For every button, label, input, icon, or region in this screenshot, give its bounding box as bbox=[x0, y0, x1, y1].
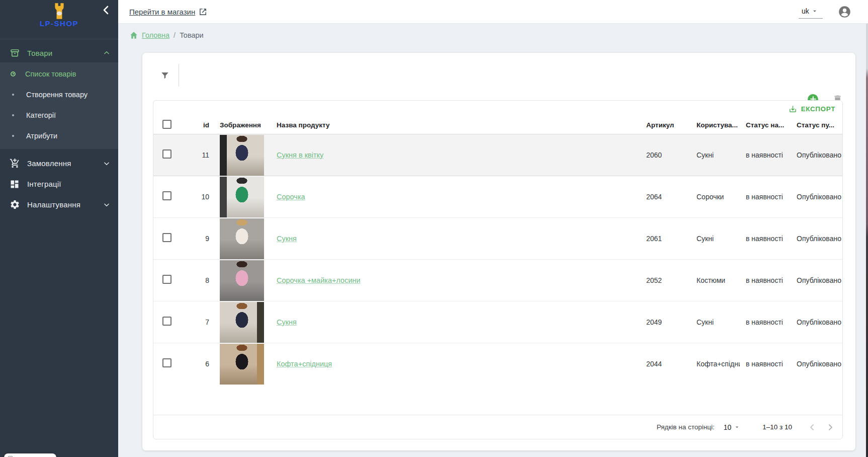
cell-category: Сорочки bbox=[692, 176, 740, 217]
table-row: 7Сукня2049Сукнів наявностіОпубліковано bbox=[153, 301, 843, 343]
sidebar-group-label: Налаштування bbox=[27, 200, 103, 209]
sidebar-item[interactable]: Атрибути bbox=[0, 125, 118, 146]
header-image: Зображення bbox=[212, 117, 267, 134]
rows-per-page-select[interactable]: 10 bbox=[724, 423, 741, 431]
archive-box-icon bbox=[9, 47, 20, 58]
cell-stock: в наявності bbox=[740, 259, 790, 301]
sidebar-item[interactable]: Категорії bbox=[0, 105, 118, 125]
previous-page-button[interactable] bbox=[806, 421, 818, 433]
cell-publish: Опубліковано bbox=[790, 134, 843, 176]
products-submenu: Список товарівСтворення товаруКатегоріїА… bbox=[0, 62, 118, 149]
dot-icon bbox=[12, 94, 14, 96]
next-page-button[interactable] bbox=[824, 421, 836, 433]
sidebar-group-label: Товари bbox=[27, 49, 103, 57]
table-body: 11Сукня в квітку2060Сукнів наявностіОпуб… bbox=[153, 134, 843, 385]
breadcrumb-home-link[interactable]: Головна bbox=[142, 31, 169, 39]
sidebar-item[interactable]: Список товарів bbox=[0, 63, 118, 84]
bottom-toast[interactable] bbox=[4, 453, 56, 457]
sidebar-collapse-button[interactable] bbox=[100, 4, 112, 16]
cell-sku: 2044 bbox=[644, 343, 692, 385]
sidebar-item[interactable]: Створення товару bbox=[0, 84, 118, 105]
caret-down-icon bbox=[811, 8, 818, 15]
filter-funnel-icon bbox=[160, 71, 169, 80]
sidebar: LP-SHOP Товари Список товарівСтворення т… bbox=[0, 0, 118, 457]
row-checkbox[interactable] bbox=[162, 233, 171, 242]
filter-button[interactable] bbox=[156, 67, 173, 84]
caret-down-icon bbox=[734, 424, 740, 430]
chevron-down-icon bbox=[103, 201, 110, 208]
language-select[interactable]: uk bbox=[799, 5, 823, 19]
product-image[interactable] bbox=[220, 302, 264, 343]
cell-category: Сукні bbox=[692, 301, 740, 343]
product-image[interactable] bbox=[220, 177, 264, 217]
product-image[interactable] bbox=[220, 135, 264, 176]
cell-publish: Опубліковано bbox=[790, 301, 843, 343]
home-icon bbox=[129, 31, 138, 40]
select-all-checkbox[interactable] bbox=[162, 120, 171, 129]
product-link[interactable]: Сукня в квітку bbox=[277, 151, 323, 159]
row-checkbox[interactable] bbox=[162, 275, 171, 284]
cell-publish: Опубліковано bbox=[790, 259, 843, 301]
product-link[interactable]: Кофта+спідниця bbox=[277, 360, 332, 368]
product-link[interactable]: Сорочка bbox=[277, 193, 305, 201]
sidebar-group-orders[interactable]: Замовлення bbox=[0, 153, 118, 174]
header-id: id bbox=[182, 117, 212, 134]
sidebar-item-label: Атрибути bbox=[26, 132, 57, 140]
product-image[interactable] bbox=[220, 260, 264, 301]
row-checkbox[interactable] bbox=[162, 317, 171, 326]
sidebar-item-integrations[interactable]: Інтеграції bbox=[0, 174, 118, 194]
list-paper: ЕКСПОРТ id Зображення Назва продукту Арт… bbox=[142, 53, 855, 450]
cell-id: 11 bbox=[182, 134, 212, 176]
cell-stock: в наявності bbox=[740, 301, 790, 343]
sidebar-item-label: Список товарів bbox=[25, 70, 76, 78]
app-root: LP-SHOP Товари Список товарівСтворення т… bbox=[0, 0, 868, 457]
breadcrumb-separator: / bbox=[173, 31, 176, 39]
cell-sku: 2060 bbox=[644, 134, 692, 176]
cell-category: Сукні bbox=[692, 217, 740, 259]
breadcrumb-home[interactable]: Головна bbox=[129, 31, 169, 40]
cell-sku: 2052 bbox=[644, 259, 692, 301]
breadcrumb-current: Товари bbox=[180, 31, 204, 39]
export-button[interactable]: ЕКСПОРТ bbox=[789, 105, 835, 113]
dot-icon bbox=[12, 114, 14, 116]
row-checkbox[interactable] bbox=[162, 191, 171, 200]
filter-divider bbox=[179, 64, 179, 87]
chevron-left-icon bbox=[100, 4, 112, 16]
dashboard-squares-icon bbox=[9, 179, 20, 190]
sidebar-item-label: Створення товару bbox=[26, 91, 88, 99]
rows-per-page-label: Рядків на сторінці: bbox=[657, 423, 715, 431]
header-stock: Статус на... bbox=[740, 117, 790, 134]
table-row: 11Сукня в квітку2060Сукнів наявностіОпуб… bbox=[153, 134, 843, 176]
sidebar-group-label: Інтеграції bbox=[27, 180, 110, 188]
table-row: 6Кофта+спідниця2044Кофта+спідницв наявно… bbox=[153, 343, 843, 385]
language-value: uk bbox=[802, 7, 809, 15]
add-shopping-cart-icon bbox=[9, 158, 20, 169]
table-filler bbox=[153, 385, 842, 415]
header-sku: Артикул bbox=[644, 117, 692, 134]
product-link[interactable]: Сорочка +майка+лосини bbox=[277, 276, 361, 284]
cell-publish: Опубліковано bbox=[790, 217, 843, 259]
product-image[interactable] bbox=[220, 344, 264, 385]
cell-sku: 2064 bbox=[644, 176, 692, 217]
product-link[interactable]: Сукня bbox=[277, 235, 297, 243]
topbar-right: uk bbox=[799, 5, 852, 19]
go-to-store-label: Перейти в магазин bbox=[129, 8, 195, 16]
go-to-store-link[interactable]: Перейти в магазин bbox=[129, 8, 207, 16]
sidebar-logo-area: LP-SHOP bbox=[0, 0, 118, 39]
filter-bar bbox=[142, 53, 855, 86]
product-link[interactable]: Сукня bbox=[277, 318, 297, 326]
cell-category: Сукні bbox=[692, 134, 740, 176]
sidebar-group-products[interactable]: Товари bbox=[0, 43, 118, 62]
external-link-icon bbox=[199, 8, 207, 16]
product-image[interactable] bbox=[220, 218, 264, 259]
download-icon bbox=[789, 105, 797, 113]
sidebar-nav: Товари Список товарівСтворення товаруКат… bbox=[0, 43, 118, 215]
account-button[interactable] bbox=[838, 5, 852, 19]
account-circle-icon bbox=[838, 5, 851, 19]
export-row: ЕКСПОРТ bbox=[153, 101, 842, 117]
sidebar-item-label: Категорії bbox=[26, 111, 56, 119]
sidebar-group-settings[interactable]: Налаштування bbox=[0, 194, 118, 215]
row-checkbox[interactable] bbox=[162, 358, 171, 367]
table-row: 8Сорочка +майка+лосини2052Костюмив наявн… bbox=[153, 259, 843, 301]
row-checkbox[interactable] bbox=[162, 149, 171, 159]
